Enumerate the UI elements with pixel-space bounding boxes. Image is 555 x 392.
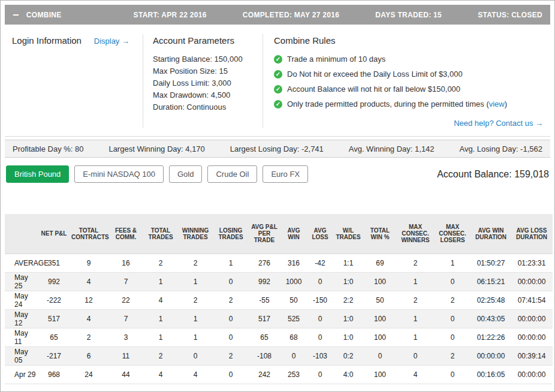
column-header: MAX CONSEC. LOSERS	[434, 214, 471, 254]
table-cell: 0	[307, 328, 333, 346]
table-cell: 1	[144, 272, 177, 291]
parameter-line: Daily Loss Limit: 3,000	[153, 77, 257, 89]
table-cell: -150	[307, 291, 333, 309]
table-cell: 0:2	[333, 346, 363, 365]
table-cell: -108	[248, 346, 280, 365]
table-cell: 1:0	[333, 309, 363, 328]
table-cell: 0	[307, 365, 333, 384]
table-cell: 517	[38, 309, 70, 328]
table-cell: 4	[397, 365, 434, 384]
table-cell: 0	[434, 328, 471, 346]
table-cell: -217	[38, 346, 70, 365]
topbar: − COMBINE START: APR 22 2016 COMPLETED: …	[5, 5, 550, 25]
table-cell: 6	[70, 346, 108, 365]
stat-item: Avg. Losing Day: -1,562	[459, 144, 542, 153]
column-header: TOTAL CONTRACTS	[70, 214, 108, 254]
table-row: May 116523110656801:01001001:22:2600:00:…	[5, 328, 553, 346]
table-cell: 00:00:00	[511, 309, 553, 328]
column-header: LOSING TRADES	[213, 214, 248, 254]
table-cell: 2	[177, 291, 213, 309]
table-cell: 1:1	[333, 254, 363, 272]
check-icon: ✓	[274, 55, 282, 64]
table-cell: 11	[108, 346, 144, 365]
rule-item: ✓Only trade permitted products, during t…	[274, 97, 543, 111]
table-cell: 2	[434, 291, 471, 309]
table-cell: 517	[248, 309, 280, 328]
view-link[interactable]: view	[489, 97, 505, 111]
table-cell: 1:0	[333, 328, 363, 346]
results-table: NET P&LTOTAL CONTRACTSFEES & COMM.TOTAL …	[5, 214, 553, 384]
rule-text: Do Not hit or exceed the Daily Loss Limi…	[287, 67, 463, 82]
stat-item: Largest Losing Day: -2,741	[230, 144, 324, 153]
table-cell: 0	[213, 365, 248, 384]
table-cell: 00:39:14	[511, 346, 553, 365]
product-tab-euro-fx[interactable]: Euro FX	[263, 165, 308, 183]
table-cell: 2	[397, 254, 434, 272]
column-header: MAX CONSEC. WINNERS	[397, 214, 434, 254]
column-header: FEES & COMM.	[108, 214, 144, 254]
table-cell: 4	[177, 365, 213, 384]
column-header: AVG WIN	[280, 214, 307, 254]
table-cell: 01:23:31	[511, 254, 553, 272]
table-cell: 01:50:27	[471, 254, 511, 272]
table-cell: 65	[248, 328, 280, 346]
combine-rules-list: ✓Trade a minimum of 10 days✓Do Not hit o…	[274, 52, 543, 111]
table-header-row: NET P&LTOTAL CONTRACTSFEES & COMM.TOTAL …	[5, 214, 553, 254]
account-parameters-panel: Account Parameters Starting Balance: 150…	[143, 34, 263, 128]
table-cell: 00:00:00	[511, 272, 553, 291]
table-cell: 2	[213, 291, 248, 309]
table-cell: 01:22:26	[471, 328, 511, 346]
table-cell: 1	[397, 309, 434, 328]
table-row: May 125174711051752501:01001000:43:0500:…	[5, 309, 553, 328]
rule-text: Account Balance will not hit or fall bel…	[287, 82, 460, 97]
table-cell: 4:0	[333, 365, 363, 384]
table-cell: 1	[177, 272, 213, 291]
table-cell: 00:00:00	[511, 328, 553, 346]
product-tab-gold[interactable]: Gold	[169, 165, 202, 183]
table-body: AVERAGE351916221276316-421:1692101:50:27…	[5, 254, 553, 384]
stats-bar: Profitable Day %: 80Largest Winning Day:…	[5, 140, 550, 158]
column-header: WINNING TRADES	[177, 214, 213, 254]
check-icon: ✓	[274, 85, 282, 94]
product-tab-crude-oil[interactable]: Crude Oil	[207, 165, 257, 183]
table-cell: 2:2	[333, 291, 363, 309]
column-header: AVG LOSS DURATION	[511, 214, 553, 254]
table-cell: 100	[363, 328, 397, 346]
table-row: Apr 29968244444024225304:01004000:16:050…	[5, 365, 553, 384]
minimize-icon[interactable]: −	[13, 10, 19, 20]
table-cell: 07:41:54	[511, 291, 553, 309]
table-row: May 24-2221222422-5550-1502:2502202:25:4…	[5, 291, 553, 309]
table-cell: 276	[248, 254, 280, 272]
status-badge: STATUS: CLOSED	[478, 11, 542, 19]
contact-us-link[interactable]: Need help? Contact us →	[454, 111, 543, 128]
column-header: AVG LOSS	[307, 214, 333, 254]
table-cell: 0	[397, 346, 434, 365]
parameter-line: Duration: Continuous	[153, 101, 257, 113]
table-cell: 2	[434, 346, 471, 365]
table-cell: 1	[397, 272, 434, 291]
table-cell: 0	[213, 328, 248, 346]
table-row: May 05-217611202-1080-1030:200200:00:000…	[5, 346, 553, 365]
table-cell: 1	[177, 309, 213, 328]
table-cell: 1000	[280, 272, 307, 291]
column-header: W/L TRADES	[333, 214, 363, 254]
table-cell: 4	[70, 309, 108, 328]
table-cell: 7	[108, 309, 144, 328]
display-link[interactable]: Display →	[94, 37, 129, 46]
table-cell: 00:00:00	[471, 346, 511, 365]
table-cell: -42	[307, 254, 333, 272]
table-cell: 22	[108, 291, 144, 309]
table-cell: 100	[363, 309, 397, 328]
table-cell: 253	[280, 365, 307, 384]
table-cell: 0	[213, 309, 248, 328]
product-tab-e-mini-nasdaq-100[interactable]: E-mini NASDAQ 100	[74, 165, 164, 183]
table-cell: 2	[177, 254, 213, 272]
table-cell: 968	[38, 365, 70, 384]
table-cell: -103	[307, 346, 333, 365]
table-cell: 100	[363, 272, 397, 291]
table-row: May 2599247110992100001:01001006:15:2100…	[5, 272, 553, 291]
rule-text: Trade a minimum of 10 days	[287, 52, 385, 67]
rule-item: ✓Trade a minimum of 10 days	[274, 52, 543, 67]
product-tab-british-pound[interactable]: British Pound	[6, 165, 69, 183]
combine-rules-title: Combine Rules	[274, 35, 543, 46]
